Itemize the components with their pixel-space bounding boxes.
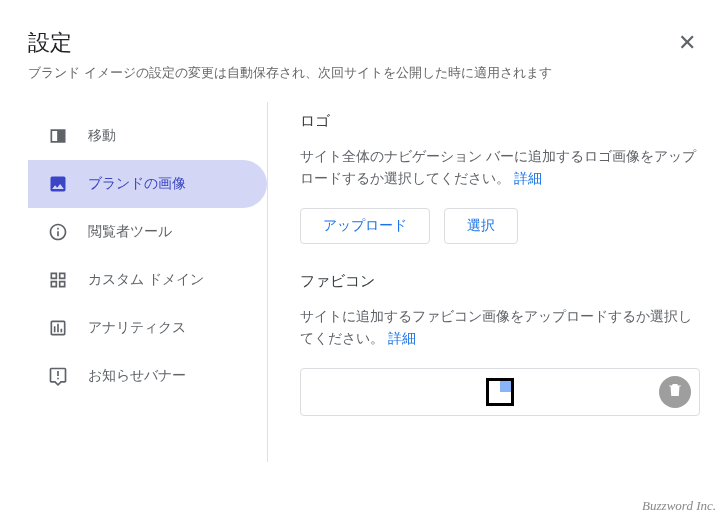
favicon-image: [486, 378, 514, 406]
logo-button-row: アップロード 選択: [300, 208, 700, 244]
favicon-details-link[interactable]: 詳細: [388, 330, 416, 346]
sidebar-item-label: 移動: [88, 127, 116, 145]
sidebar-item-custom-domain[interactable]: カスタム ドメイン: [28, 256, 267, 304]
logo-section-desc: サイト全体のナビゲーション バーに追加するロゴ画像をアップロードするか選択してく…: [300, 145, 700, 190]
close-button[interactable]: ✕: [674, 28, 700, 58]
trash-icon: [666, 381, 684, 403]
sidebar-item-label: ブランドの画像: [88, 175, 186, 193]
sidebar-item-announcement-banner[interactable]: お知らせバナー: [28, 352, 267, 400]
sidebar-item-label: 閲覧者ツール: [88, 223, 172, 241]
upload-button[interactable]: アップロード: [300, 208, 430, 244]
image-icon: [46, 172, 70, 196]
domain-icon: [46, 268, 70, 292]
sidebar-item-analytics[interactable]: アナリティクス: [28, 304, 267, 352]
info-icon: [46, 220, 70, 244]
sidebar-item-brand-images[interactable]: ブランドの画像: [28, 160, 267, 208]
dialog-header: 設定 ブランド イメージの設定の変更は自動保存され、次回サイトを公開した時に適用…: [28, 28, 700, 102]
favicon-section-title: ファビコン: [300, 272, 700, 291]
settings-sidebar: 移動 ブランドの画像 閲覧者ツール カスタム ドメイン: [28, 102, 268, 462]
sidebar-item-viewer-tools[interactable]: 閲覧者ツール: [28, 208, 267, 256]
favicon-section-desc: サイトに追加するファビコン画像をアップロードするか選択してください。 詳細: [300, 305, 700, 350]
delete-favicon-button[interactable]: [659, 376, 691, 408]
sidebar-item-navigation[interactable]: 移動: [28, 112, 267, 160]
sidebar-item-label: アナリティクス: [88, 319, 186, 337]
logo-details-link[interactable]: 詳細: [514, 170, 542, 186]
header-text: 設定 ブランド イメージの設定の変更は自動保存され、次回サイトを公開した時に適用…: [28, 28, 552, 102]
announcement-icon: [46, 364, 70, 388]
logo-section-title: ロゴ: [300, 112, 700, 131]
analytics-icon: [46, 316, 70, 340]
favicon-preview-box: [300, 368, 700, 416]
watermark: Buzzword Inc.: [642, 498, 716, 514]
select-button[interactable]: 選択: [444, 208, 518, 244]
sidebar-item-label: お知らせバナー: [88, 367, 186, 385]
dialog-body: 移動 ブランドの画像 閲覧者ツール カスタム ドメイン: [28, 102, 700, 462]
sidebar-item-label: カスタム ドメイン: [88, 271, 204, 289]
settings-content: ロゴ サイト全体のナビゲーション バーに追加するロゴ画像をアップロードするか選択…: [268, 102, 700, 462]
settings-dialog: 設定 ブランド イメージの設定の変更は自動保存され、次回サイトを公開した時に適用…: [0, 0, 728, 462]
dialog-title: 設定: [28, 28, 552, 58]
close-icon: ✕: [678, 30, 696, 55]
navigation-icon: [46, 124, 70, 148]
dialog-subtitle: ブランド イメージの設定の変更は自動保存され、次回サイトを公開した時に適用されま…: [28, 64, 552, 82]
